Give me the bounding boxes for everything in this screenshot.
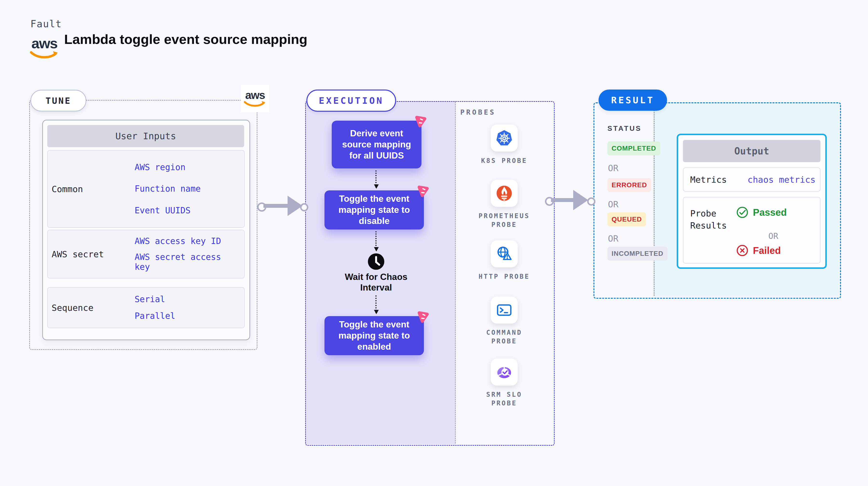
user-inputs-row-sequence: Sequence Serial Parallel xyxy=(47,287,245,328)
status-badge-queued: QUEUED xyxy=(608,212,646,226)
aws-swoosh-icon xyxy=(30,51,59,60)
http-globe-warning-icon xyxy=(495,245,514,263)
http-probe-tile xyxy=(491,240,518,267)
srm-slo-probe-label: SRM SLO PROBE xyxy=(471,390,537,407)
connector-arrow-icon xyxy=(375,170,377,188)
status-or-separator: OR xyxy=(608,199,618,209)
output-header: Output xyxy=(683,140,820,162)
row-links: Serial Parallel xyxy=(135,287,238,328)
user-inputs-row-common: Common AWS region Function name Event UU… xyxy=(47,150,245,228)
input-link-aws-access-key-id[interactable]: AWS access key ID xyxy=(135,236,231,246)
connector-arrow-icon xyxy=(375,295,377,313)
row-links: AWS region Function name Event UUIDS xyxy=(135,151,238,227)
page-title: Lambda toggle event source mapping xyxy=(64,31,307,47)
output-card: Output Metrics chaos metrics Probe Resul… xyxy=(677,134,827,269)
row-links: AWS access key ID AWS secret access key xyxy=(135,230,231,278)
step-derive-event-source-mapping: Derive event source mapping for all UUID… xyxy=(332,121,422,169)
passed-result: Passed xyxy=(736,206,787,219)
status-badge-incompleted: INCOMPLETED xyxy=(608,247,668,261)
aws-wordmark: aws xyxy=(31,36,57,51)
step-toggle-mapping-disable: Toggle the event mapping state to disabl… xyxy=(324,190,424,230)
execution-badge: EXECUTION xyxy=(306,90,396,112)
probes-title: PROBES xyxy=(460,108,496,116)
input-link-aws-secret-access-key[interactable]: AWS secret access key xyxy=(135,252,231,272)
status-or-separator: OR xyxy=(608,234,618,243)
status-output-divider xyxy=(654,103,654,296)
failed-label: Failed xyxy=(753,245,781,256)
srm-slo-donut-check-icon xyxy=(495,363,514,381)
terminal-icon xyxy=(495,301,514,319)
x-circle-icon xyxy=(736,244,749,257)
aws-logo: aws xyxy=(29,36,60,60)
passed-label: Passed xyxy=(753,207,787,218)
step-toggle-mapping-enable: Toggle the event mapping state to enable… xyxy=(324,316,424,355)
row-label: Common xyxy=(52,151,83,227)
input-link-event-uuids[interactable]: Event UUIDS xyxy=(135,206,238,215)
user-inputs-header: User Inputs xyxy=(47,125,244,147)
result-badge: RESULT xyxy=(598,90,667,111)
probe-or-separator: OR xyxy=(768,231,778,241)
tune-badge: TUNE xyxy=(30,90,86,112)
kubernetes-icon xyxy=(495,129,514,147)
fault-eyebrow: Fault xyxy=(30,18,62,29)
execution-probes-divider xyxy=(455,102,456,444)
input-link-function-name[interactable]: Function name xyxy=(135,184,238,194)
command-probe-label: COMMAND PROBE xyxy=(471,328,537,345)
step-label: Toggle the event mapping state to disabl… xyxy=(331,193,417,227)
metrics-row: Metrics chaos metrics xyxy=(683,168,820,191)
input-link-parallel[interactable]: Parallel xyxy=(135,311,238,321)
step-label: Derive event source mapping for all UUID… xyxy=(338,128,415,161)
flow-arrowhead-icon xyxy=(287,196,303,216)
status-or-separator: OR xyxy=(608,163,618,173)
probe-results-label: Probe Results xyxy=(690,208,734,232)
probe-results-row: Probe Results Passed OR Failed xyxy=(683,197,820,264)
connector-arrow-icon xyxy=(375,231,377,250)
row-label: Sequence xyxy=(52,287,93,328)
input-link-aws-region[interactable]: AWS region xyxy=(135,162,238,172)
srm-slo-probe-tile xyxy=(491,359,518,386)
prometheus-probe-label: PROMETHEUS PROBE xyxy=(471,212,537,229)
chaos-logo-icon xyxy=(414,183,431,199)
k8s-probe-tile xyxy=(491,124,518,152)
step-label: Toggle the event mapping state to enable… xyxy=(331,319,417,353)
failed-result: Failed xyxy=(736,244,781,257)
clock-icon xyxy=(368,253,384,270)
flow-arrowhead-icon xyxy=(573,190,588,210)
flow-arrow-line xyxy=(264,204,288,208)
wait-for-chaos-interval-label: Wait for Chaos Interval xyxy=(337,272,415,293)
chaos-metrics-link[interactable]: chaos metrics xyxy=(748,175,816,185)
command-probe-tile xyxy=(491,297,518,324)
aws-swoosh-icon xyxy=(244,101,266,108)
flow-arrow-line xyxy=(551,198,574,202)
aws-logo-small: aws xyxy=(244,90,266,108)
row-label: AWS secret xyxy=(52,230,104,278)
user-inputs-row-aws-secret: AWS secret AWS access key ID AWS secret … xyxy=(47,230,245,278)
k8s-probe-label: K8S PROBE xyxy=(471,156,537,165)
prometheus-icon xyxy=(495,184,514,203)
metrics-label: Metrics xyxy=(690,175,727,185)
aws-logo-tile: aws xyxy=(241,85,269,113)
status-badge-errored: ERRORED xyxy=(608,178,651,192)
chaos-logo-icon xyxy=(412,114,429,129)
prometheus-probe-tile xyxy=(491,180,518,207)
http-probe-label: HTTP PROBE xyxy=(471,272,537,281)
flow-arrow-end-dot xyxy=(587,198,595,206)
diagram-canvas: Fault aws Lambda toggle event source map… xyxy=(0,0,868,486)
status-badge-completed: COMPLETED xyxy=(608,142,660,155)
check-circle-icon xyxy=(736,206,749,219)
input-link-serial[interactable]: Serial xyxy=(135,295,238,304)
status-title: STATUS xyxy=(608,124,642,132)
chaos-logo-icon xyxy=(414,309,431,325)
aws-wordmark: aws xyxy=(245,90,265,101)
